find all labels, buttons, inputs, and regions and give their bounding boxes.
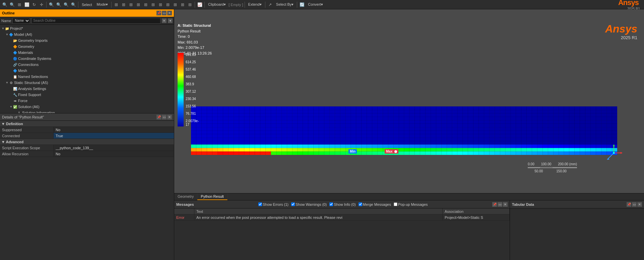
convert-button[interactable]: Convert▾ xyxy=(306,1,325,8)
outline-restore-btn[interactable]: ▭ xyxy=(162,11,167,15)
expand-icon[interactable]: ▼ xyxy=(5,81,9,84)
name-dropdown[interactable]: Name xyxy=(12,18,30,24)
icon11[interactable]: ⊞ xyxy=(187,1,193,8)
zoom-out-icon[interactable]: 🔍 xyxy=(9,1,15,8)
outline-pin-btn[interactable]: 📌 xyxy=(156,11,161,15)
tree-item-coord-sys[interactable]: 🔵Coordinate Systems xyxy=(0,56,174,62)
tree-icon-connections: 🔗 xyxy=(13,62,17,67)
rotate-icon[interactable]: ↻ xyxy=(31,1,38,8)
tabular-close-btn[interactable]: ✕ xyxy=(637,202,642,207)
tab-geometry[interactable]: Geometry xyxy=(174,193,197,200)
tree-item-analysis-settings[interactable]: 📊Analysis Settings xyxy=(0,86,174,92)
tree-icon-static-struct: ⚙ xyxy=(9,80,13,85)
messages-pin-btn[interactable]: 📌 xyxy=(492,202,497,207)
messages-restore-btn[interactable]: ▭ xyxy=(498,202,502,207)
search-clear-btn[interactable]: ✕ xyxy=(162,18,167,23)
expand-icon[interactable]: ▼ xyxy=(1,140,5,144)
tree-item-force[interactable]: ➡Force xyxy=(0,98,174,104)
tree-item-static-struct[interactable]: ▼⚙Static Structural (A5) xyxy=(0,80,174,86)
icon7[interactable]: ⊞ xyxy=(157,1,164,8)
details-row[interactable]: Script Execution Scope__python_code_139_… xyxy=(0,145,174,151)
icon9[interactable]: ⊞ xyxy=(172,1,179,8)
outline-close-btn[interactable]: ✕ xyxy=(167,11,172,15)
messages-close-btn[interactable]: ✕ xyxy=(503,202,508,207)
tree-item-model[interactable]: ▼🔷Model (A4) xyxy=(0,31,174,37)
zoom-fit2-icon[interactable]: 🔍 xyxy=(63,1,69,8)
details-close-btn[interactable]: ✕ xyxy=(167,115,172,119)
zoom-in-icon[interactable]: 🔍 xyxy=(1,1,8,8)
details-title: Details of "Python Result" xyxy=(2,115,44,119)
tree-item-sol-info[interactable]: ℹSolution Information xyxy=(0,110,174,113)
icon2[interactable]: ⊞ xyxy=(120,1,127,8)
icon6[interactable]: ⊞ xyxy=(150,1,156,8)
expand-icon[interactable]: ▼ xyxy=(1,122,5,126)
extend-button[interactable]: Extend▾ xyxy=(246,1,264,8)
zoom-out2-icon[interactable]: 🔍 xyxy=(55,1,62,8)
details-row[interactable]: SuppressedNo xyxy=(0,127,174,133)
convert-icon[interactable]: 🔄 xyxy=(299,1,305,8)
tree-item-named-sel[interactable]: 📋Named Selections xyxy=(0,74,174,80)
fit-icon[interactable]: ⊞ xyxy=(16,1,23,8)
msg-filter-checkbox-1[interactable] xyxy=(291,202,295,206)
viewport[interactable]: A: Static Structural Python Result Time:… xyxy=(174,9,644,193)
select-button[interactable]: Select xyxy=(80,1,94,8)
mode-button[interactable]: Mode▾ xyxy=(95,1,110,8)
tree-area[interactable]: ▼📁Project*▼🔷Model (A4)📂Geometry Imports🔶… xyxy=(0,25,174,113)
tree-icon-model: 🔷 xyxy=(9,32,13,37)
tree-label-analysis-settings: Analysis Settings xyxy=(18,87,46,91)
tree-icon-named-sel: 📋 xyxy=(13,74,17,79)
svg-marker-1 xyxy=(621,152,622,154)
details-row[interactable]: Allow RecursionNo xyxy=(0,151,174,157)
sep8 xyxy=(297,2,297,8)
msg-filter-checkbox-4[interactable] xyxy=(394,202,397,206)
icon4[interactable]: ⊞ xyxy=(135,1,142,8)
icon3[interactable]: ⊞ xyxy=(128,1,134,8)
legend-value-1: 614.25 xyxy=(186,60,199,64)
msg-row[interactable]: ErrorAn error occurred when the post pro… xyxy=(174,214,510,221)
min-label: Min xyxy=(348,149,357,154)
viewport-title: A: Static Structural xyxy=(178,23,212,28)
msg-cell-assoc: Project>Model>Static S xyxy=(443,214,510,220)
search-expand-btn[interactable]: ▾ xyxy=(168,18,173,23)
expand-icon[interactable]: ▼ xyxy=(5,33,9,36)
details-restore-btn[interactable]: ▭ xyxy=(162,115,167,119)
select-by-button[interactable]: Select By▾ xyxy=(274,1,296,8)
svg-point-6 xyxy=(613,152,615,154)
tree-item-geometry[interactable]: 🔶Geometry xyxy=(0,44,174,50)
search-input[interactable] xyxy=(31,18,160,24)
tab-python-result[interactable]: Python Result xyxy=(197,193,227,200)
zoom-in2-icon[interactable]: 🔍 xyxy=(48,1,55,8)
tree-item-geom-imports[interactable]: 📂Geometry Imports xyxy=(0,37,174,44)
tree-item-fixed-support[interactable]: 🔧Fixed Support xyxy=(0,92,174,98)
center-area: A: Static Structural Python Result Time:… xyxy=(174,9,644,260)
tree-icon-geometry: 🔶 xyxy=(13,44,17,49)
tree-item-mesh[interactable]: 🔷Mesh xyxy=(0,68,174,74)
icon10[interactable]: ⊞ xyxy=(179,1,186,8)
select-box-icon[interactable]: ⬜ xyxy=(23,1,30,8)
tree-item-solution[interactable]: ▼✅Solution (A6) xyxy=(0,104,174,110)
zoom-box-icon[interactable]: 🔍 xyxy=(70,1,77,8)
msg-filter-checkbox-2[interactable] xyxy=(329,202,333,206)
viewport-logo-version: 2025 R1 xyxy=(605,35,637,40)
tree-label-mesh: Mesh xyxy=(18,69,27,73)
clipboard-button[interactable]: Clipboard▾ xyxy=(206,1,228,8)
legend-labels: 691.03614.25537.46460.68383.9307.12230.3… xyxy=(186,53,199,126)
tabular-pin-btn[interactable]: 📌 xyxy=(627,202,631,207)
tabular-restore-btn[interactable]: ▭ xyxy=(632,202,637,207)
chart-icon[interactable]: 📈 xyxy=(196,1,203,8)
icon5[interactable]: ⊞ xyxy=(142,1,149,8)
icon8[interactable]: ⊞ xyxy=(165,1,171,8)
expand-icon[interactable]: ▼ xyxy=(9,105,13,108)
details-pin-btn[interactable]: 📌 xyxy=(156,115,161,119)
tree-icon-analysis-settings: 📊 xyxy=(13,86,17,91)
msg-filter-checkbox-0[interactable] xyxy=(258,202,262,206)
cursor-icon[interactable]: ✛ xyxy=(38,1,45,8)
tree-item-materials[interactable]: 🔷Materials xyxy=(0,50,174,56)
details-row[interactable]: ConnectedTrue xyxy=(0,133,174,139)
tree-item-project[interactable]: ▼📁Project* xyxy=(0,25,174,31)
icon1[interactable]: ⊞ xyxy=(113,1,120,8)
expand-icon[interactable]: ▼ xyxy=(1,27,5,30)
msg-filter-checkbox-3[interactable] xyxy=(359,202,362,206)
select-cursor-icon[interactable]: ↗ xyxy=(267,1,273,8)
tree-item-connections[interactable]: 🔗Connections xyxy=(0,62,174,68)
